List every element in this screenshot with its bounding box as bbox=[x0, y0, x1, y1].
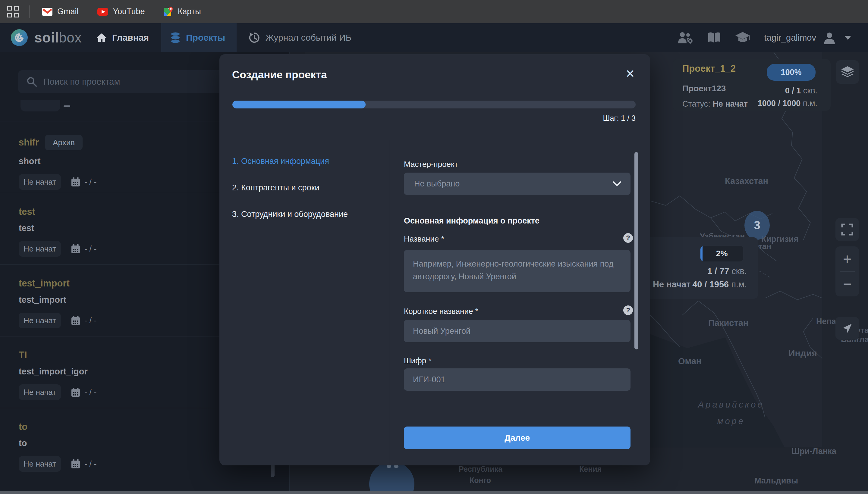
zoom-out-button[interactable]: − bbox=[835, 272, 859, 297]
calendar-icon bbox=[71, 244, 80, 254]
map-label-arabian-sea: Аравийское море bbox=[698, 396, 764, 430]
scrolled-item-pill bbox=[20, 100, 60, 111]
database-icon bbox=[170, 32, 181, 43]
cluster-digit-mark bbox=[394, 465, 399, 468]
project-title: TI bbox=[19, 350, 27, 361]
status-badge: Не начат bbox=[19, 456, 61, 472]
search-input[interactable] bbox=[43, 77, 225, 87]
master-project-label: Мастер-проект bbox=[404, 160, 458, 169]
modal-scrollbar[interactable] bbox=[634, 152, 638, 349]
tab-journal-label: Журнал событий ИБ bbox=[265, 33, 351, 43]
card-status-value: Не начат bbox=[713, 99, 748, 109]
selected-project-card[interactable]: Проект_1_2 100% Проект123 0 / 1 скв. Ста… bbox=[673, 59, 831, 111]
team-management-icon[interactable] bbox=[678, 31, 694, 44]
code-input[interactable] bbox=[404, 368, 630, 391]
project-dates: - / - bbox=[85, 316, 97, 325]
calendar-icon bbox=[71, 316, 80, 325]
navbar-right: tagir_galimov bbox=[678, 23, 851, 52]
short-name-label: Короткое название * bbox=[404, 307, 478, 316]
master-project-value: Не выбрано bbox=[414, 179, 460, 189]
master-project-select[interactable]: Не выбрано bbox=[404, 173, 630, 195]
status-badge: Не начат bbox=[19, 384, 61, 400]
project-dates: - / - bbox=[85, 244, 97, 254]
chevron-down-icon bbox=[845, 36, 851, 40]
fullscreen-icon bbox=[841, 224, 853, 235]
calendar-icon bbox=[71, 177, 80, 187]
avatar-icon bbox=[823, 31, 836, 44]
card-meters-unit: п.м. bbox=[803, 99, 817, 108]
horizontal-scrollbar[interactable] bbox=[0, 491, 868, 494]
wizard-step-2[interactable]: 2. Контрагенты и сроки bbox=[232, 183, 319, 192]
map-label-kazakhstan: Казахстан bbox=[725, 176, 768, 186]
popup-meters: 40 / 1956 п.м. bbox=[692, 280, 747, 289]
card-title: Проект_1_2 bbox=[682, 63, 736, 74]
user-menu[interactable]: tagir_galimov bbox=[764, 31, 851, 44]
modal-title: Создание проекта bbox=[232, 69, 327, 81]
next-button[interactable]: Далее bbox=[404, 426, 630, 449]
card-wells-value: 0 / 1 bbox=[785, 86, 801, 95]
create-project-modal: Создание проекта ✕ Шаг: 1 / 3 1. Основна… bbox=[219, 54, 650, 466]
short-name-help-icon[interactable]: ? bbox=[623, 305, 633, 315]
project-dates: - / - bbox=[85, 459, 97, 469]
name-label: Название * bbox=[404, 234, 444, 244]
name-help-icon[interactable]: ? bbox=[623, 233, 633, 243]
history-icon bbox=[248, 32, 260, 43]
short-name-input[interactable] bbox=[404, 320, 630, 342]
browser-bookmarks-bar: Gmail YouTube Карты bbox=[0, 0, 868, 23]
gmail-icon bbox=[42, 8, 52, 16]
popup-wells-unit: скв. bbox=[732, 266, 747, 276]
card-wells: 0 / 1 скв. bbox=[785, 86, 817, 95]
tab-journal[interactable]: Журнал событий ИБ bbox=[240, 23, 361, 52]
logo-text-bold: soil bbox=[34, 30, 59, 45]
zoom-in-button[interactable]: + bbox=[835, 247, 859, 271]
apps-grid-icon[interactable] bbox=[7, 6, 19, 17]
bookmark-gmail[interactable]: Gmail bbox=[42, 7, 79, 16]
project-title: shifr bbox=[19, 137, 39, 148]
logo-text-light: box bbox=[59, 30, 82, 45]
tab-home[interactable]: Главная bbox=[87, 23, 158, 52]
map-cluster-3[interactable]: 3 bbox=[744, 211, 770, 240]
map-label-pakistan: Пакистан bbox=[708, 318, 749, 328]
card-meters: 1000 / 1000 п.м. bbox=[758, 99, 817, 108]
popup-status-value: Не начат bbox=[653, 280, 690, 289]
fullscreen-button[interactable] bbox=[835, 218, 859, 241]
handbook-icon[interactable] bbox=[708, 32, 721, 44]
tab-projects[interactable]: Проекты bbox=[161, 23, 237, 52]
calendar-icon bbox=[71, 387, 80, 397]
popup-meters-unit: п.м. bbox=[731, 280, 747, 289]
project-title: test bbox=[19, 206, 35, 217]
search-icon bbox=[26, 77, 37, 87]
status-badge: Не начат bbox=[19, 174, 61, 190]
card-subtitle: Проект123 bbox=[682, 84, 726, 93]
card-status: Статус: Не начат bbox=[682, 99, 748, 109]
card-status-label: Статус: bbox=[682, 99, 710, 109]
modal-form: Мастер-проект Не выбрано Основная информ… bbox=[404, 54, 630, 466]
popup-progress-fill bbox=[700, 246, 703, 262]
education-icon[interactable] bbox=[735, 31, 751, 44]
wizard-step-3[interactable]: 3. Сотрудники и оборудование bbox=[232, 210, 348, 219]
bookmark-label: Gmail bbox=[57, 7, 79, 16]
username: tagir_galimov bbox=[764, 33, 816, 43]
logo[interactable]: soilbox bbox=[11, 23, 82, 52]
locate-arrow-icon bbox=[842, 323, 853, 334]
screen: Казахстан Узбекистан Киргизия Таджикиста… bbox=[0, 0, 868, 494]
map-label-maldives: Мальдивы bbox=[754, 476, 798, 486]
modal-progress-fill bbox=[233, 101, 366, 109]
cluster-count: 3 bbox=[754, 219, 760, 232]
bookmark-maps[interactable]: Карты bbox=[164, 7, 201, 17]
project-dates: - / - bbox=[85, 388, 97, 397]
archive-badge: Архив bbox=[45, 135, 82, 150]
layers-icon bbox=[841, 66, 854, 78]
zoom-control: + − bbox=[835, 246, 859, 297]
project-title: to bbox=[19, 421, 27, 432]
project-dates: - / - bbox=[85, 177, 97, 187]
popup-wells-value: 1 / 77 bbox=[707, 266, 730, 276]
name-textarea[interactable] bbox=[404, 250, 630, 292]
locate-button[interactable] bbox=[835, 317, 859, 340]
status-badge: Не начат bbox=[19, 241, 61, 256]
bookmark-label: Карты bbox=[178, 7, 201, 16]
wizard-step-1[interactable]: 1. Основная информация bbox=[232, 157, 329, 166]
bookmark-youtube[interactable]: YouTube bbox=[97, 7, 145, 16]
layers-button[interactable] bbox=[836, 60, 859, 84]
section-heading: Основная информация о проекте bbox=[404, 216, 539, 226]
